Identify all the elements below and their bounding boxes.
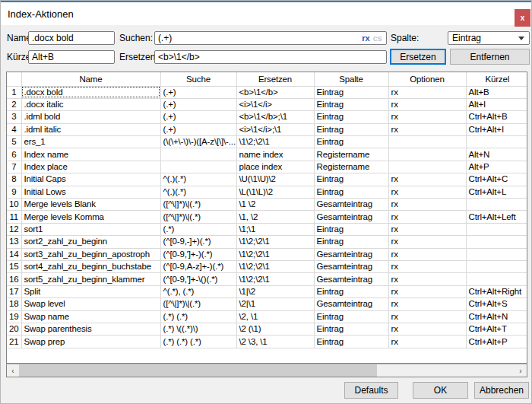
col-header-ersetzen[interactable]: Ersetzen	[236, 72, 314, 86]
col-header-kuerzel[interactable]: Kürzel	[466, 72, 527, 86]
table-row[interactable]: 3.idml bold(.+)<b>\1</b>;\1EintragrxCtrl…	[7, 111, 527, 123]
cancel-button[interactable]: Abbrechen	[474, 382, 529, 399]
cell-spalte[interactable]: Eintrag	[314, 310, 388, 323]
cell-kuerzel[interactable]	[466, 236, 527, 248]
cell-name[interactable]: sort4_zahl_zu_beginn_buchstabe	[21, 260, 160, 272]
cell-spalte[interactable]: Eintrag	[314, 86, 388, 98]
cell-kuerzel[interactable]: Alt+B	[466, 86, 527, 98]
cell-spalte[interactable]: Eintrag	[314, 236, 388, 248]
cell-ersetzen[interactable]: \L(\1\L)\2	[236, 186, 314, 198]
cell-optionen[interactable]: rx	[388, 298, 466, 310]
row-number[interactable]: 8	[7, 173, 21, 186]
cell-kuerzel[interactable]	[466, 248, 527, 260]
cell-spalte[interactable]: Gesamteintrag	[314, 248, 388, 260]
cell-name[interactable]: ers_1	[21, 136, 160, 148]
cell-ersetzen[interactable]: \U(\1\U)\2	[236, 173, 314, 186]
case-sensitive-toggle[interactable]: cs	[373, 33, 382, 43]
cell-optionen[interactable]: rx	[388, 223, 466, 235]
table-row[interactable]: 20Swap parenthesis(.*) \((.*)\)\2 (\1)Ei…	[7, 323, 527, 335]
cell-spalte[interactable]: Eintrag	[314, 98, 388, 110]
cell-spalte[interactable]: Eintrag	[314, 223, 388, 235]
cell-optionen[interactable]: rx	[388, 111, 466, 123]
cell-suche[interactable]: (.*) \((.*)\)	[160, 323, 236, 335]
cell-spalte[interactable]: Registername	[314, 148, 388, 161]
cell-ersetzen[interactable]: \1\2;\2\1	[236, 248, 314, 260]
table-row[interactable]: 14sort3_zahl_zu_beginn_apostroph(^[0-9,'…	[7, 248, 527, 260]
cell-name[interactable]: .docx italic	[21, 98, 160, 110]
cell-kuerzel[interactable]: Alt+I	[466, 98, 527, 110]
cell-suche[interactable]: (.+)	[160, 98, 236, 110]
cell-optionen[interactable]: rx	[388, 86, 466, 98]
table-row[interactable]: 15sort4_zahl_zu_beginn_buchstabe(^[0-9,A…	[7, 260, 527, 272]
cell-suche[interactable]: ^(.)(.*)	[160, 186, 236, 198]
cell-ersetzen[interactable]: \1\2;\2\1	[236, 260, 314, 272]
scroll-right-icon[interactable]: ›	[515, 364, 527, 377]
ersetzen-button[interactable]: Ersetzen	[390, 49, 446, 65]
table-row[interactable]: 8Initial Caps^(.)(.*)\U(\1\U)\2Eintragrx…	[7, 173, 527, 186]
cell-name[interactable]: .idml italic	[21, 123, 160, 135]
cell-spalte[interactable]: Eintrag	[314, 186, 388, 198]
cell-suche[interactable]: (^[0-9,-]+)(.*)	[160, 236, 236, 248]
close-icon[interactable]: x	[515, 9, 530, 27]
table-row[interactable]: 9Initial Lows^(.)(.*)\L(\1\L)\2Eintragrx…	[7, 186, 527, 198]
row-number[interactable]: 5	[7, 136, 21, 148]
cell-optionen[interactable]: rx	[388, 248, 466, 260]
table-row[interactable]: 2.docx italic(.+)<i>\1</i>EintragrxAlt+I	[7, 98, 527, 110]
cell-ersetzen[interactable]: \1;\1	[236, 223, 314, 235]
cell-kuerzel[interactable]: Ctrl+Alt+B	[466, 111, 527, 123]
cell-suche[interactable]: (^[0-9,']+-\()(.*)	[160, 273, 236, 285]
cell-suche[interactable]: (.+)	[160, 123, 236, 135]
cell-ersetzen[interactable]: \1\2;\2\1	[236, 136, 314, 148]
row-number[interactable]: 17	[7, 285, 21, 297]
scrollbar-thumb[interactable]	[19, 364, 377, 377]
cell-kuerzel[interactable]: Ctrl+Alt+N	[466, 310, 527, 323]
cell-suche[interactable]	[160, 161, 236, 173]
cell-name[interactable]: .docx bold	[21, 86, 160, 98]
cell-optionen[interactable]	[388, 136, 466, 148]
cell-kuerzel[interactable]: Alt+N	[466, 148, 527, 161]
cell-kuerzel[interactable]	[466, 273, 527, 285]
cell-optionen[interactable]: rx	[388, 236, 466, 248]
cell-suche[interactable]: (.*) (.*) (.*)	[160, 336, 236, 348]
cell-kuerzel[interactable]: Ctrl+Alt+I	[466, 123, 527, 135]
cell-optionen[interactable]: rx	[388, 260, 466, 272]
row-number[interactable]: 14	[7, 248, 21, 260]
table-row[interactable]: 10Merge levels Blank([^\|]*)\|(.*)\1 \2G…	[7, 199, 527, 211]
row-number[interactable]: 10	[7, 199, 21, 211]
cell-name[interactable]: Merge levels Blank	[21, 199, 160, 211]
entfernen-button[interactable]: Entfernen	[450, 49, 530, 65]
horizontal-scrollbar[interactable]: ‹ ›	[6, 364, 527, 377]
col-header-optionen[interactable]: Optionen	[388, 72, 466, 86]
cell-name[interactable]: sort2_zahl_zu_beginn	[21, 236, 160, 248]
kuerzel-input[interactable]: Alt+B	[28, 50, 115, 64]
cell-suche[interactable]: (.+)	[160, 111, 236, 123]
cell-ersetzen[interactable]: name index	[236, 148, 314, 161]
cell-suche[interactable]: (^[0-9,']+-)(.*)	[160, 248, 236, 260]
cell-optionen[interactable]: rx	[388, 98, 466, 110]
cell-optionen[interactable]	[388, 161, 466, 173]
suchen-input[interactable]: (.+) rxcs	[154, 31, 387, 45]
cell-optionen[interactable]: rx	[388, 285, 466, 297]
cell-name[interactable]: Swap level	[21, 298, 160, 310]
cell-kuerzel[interactable]: Ctrl+Alt+T	[466, 323, 527, 335]
cell-kuerzel[interactable]: Alt+P	[466, 161, 527, 173]
cell-name[interactable]: sort5_zahl_zu_beginn_klammer	[21, 273, 160, 285]
row-number[interactable]: 2	[7, 98, 21, 110]
cell-optionen[interactable]: rx	[388, 211, 466, 223]
row-number[interactable]: 20	[7, 323, 21, 335]
row-number[interactable]: 12	[7, 223, 21, 235]
cell-ersetzen[interactable]: <i>\1</i>	[236, 98, 314, 110]
cell-name[interactable]: Index name	[21, 148, 160, 161]
cell-name[interactable]: Swap parenthesis	[21, 323, 160, 335]
cell-kuerzel[interactable]	[466, 260, 527, 272]
ok-button[interactable]: OK	[413, 382, 468, 399]
cell-name[interactable]: Split	[21, 285, 160, 297]
cell-suche[interactable]: (.*) (.*)	[160, 310, 236, 323]
row-number[interactable]: 19	[7, 310, 21, 323]
cell-name[interactable]: .idml bold	[21, 111, 160, 123]
table-row[interactable]: 17Split^(.*), (.*)\1|\2EintragrxCtrl+Alt…	[7, 285, 527, 297]
cell-optionen[interactable]: rx	[388, 186, 466, 198]
cell-optionen[interactable]: rx	[388, 323, 466, 335]
table-row[interactable]: 11Merge levels Komma([^\|]*)\|(.*)\1, \2…	[7, 211, 527, 223]
cell-spalte[interactable]: Gesamteintrag	[314, 298, 388, 310]
